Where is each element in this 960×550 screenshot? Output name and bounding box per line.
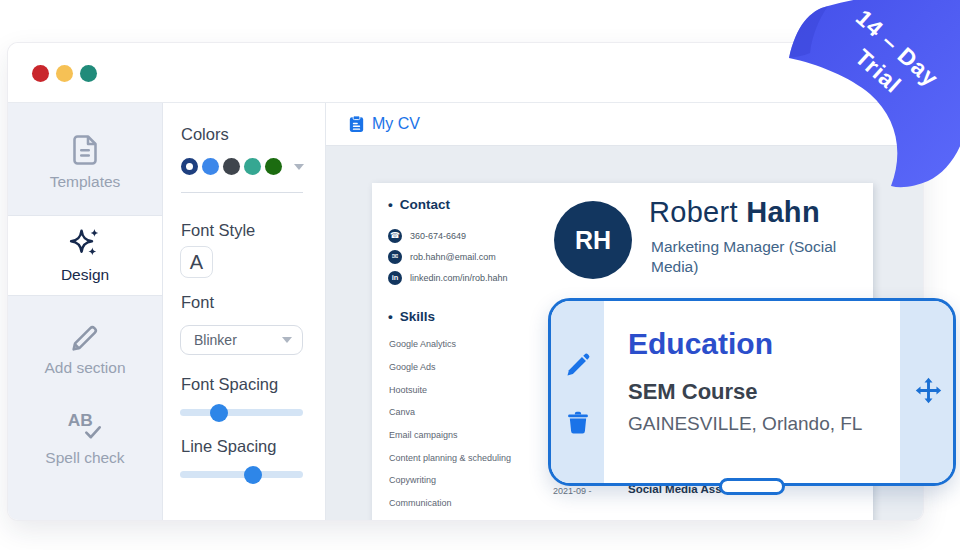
contact-linkedin: linkedin.com/in/rob.hahn [410,273,508,283]
phone-icon: ☎ [388,229,402,243]
design-sparkles-icon [67,226,103,262]
divider [181,192,303,193]
move-icon[interactable] [914,376,943,405]
contact-email: rob.hahn@email.com [410,252,496,262]
education-course: SEM Course [628,379,758,405]
sidebar-item-design[interactable]: Design [8,215,162,296]
linkedin-icon: in [388,271,402,285]
resize-handle[interactable] [719,478,785,495]
color-swatches [181,158,304,175]
tab-my-cv[interactable]: My CV [349,115,420,133]
sidebar-item-add-section[interactable]: Add section [8,321,162,385]
sidebar-item-templates[interactable]: Templates [8,131,162,215]
sidebar-item-label: Spell check [8,449,162,467]
education-card[interactable]: Education SEM Course GAINESVILLE, Orland… [548,298,956,486]
color-swatch[interactable] [265,158,282,175]
font-select[interactable]: Blinker [180,325,303,355]
sidebar: Templates Design Add section [8,103,163,520]
edit-icon[interactable] [564,351,592,379]
spell-check-icon: AB [65,407,105,445]
skill-item: Email campaigns [389,424,511,447]
chevron-down-icon[interactable] [294,164,304,170]
skill-item: Communication [389,492,511,515]
contact-phone: 360-674-6649 [410,231,466,241]
color-swatch[interactable] [223,158,240,175]
sidebar-item-spell-check[interactable]: AB Spell check [8,407,162,471]
skills-heading: •Skills [388,309,435,324]
svg-text:AB: AB [68,410,93,430]
sidebar-item-label: Design [8,266,162,284]
maximize-window-button[interactable] [80,65,97,82]
font-style-label: Font Style [181,221,255,240]
font-spacing-slider-thumb[interactable] [210,404,228,422]
skill-item: Canva [389,401,511,424]
color-swatch-selected[interactable] [181,158,198,175]
education-card-body: Education SEM Course GAINESVILLE, Orland… [548,298,956,486]
pencil-icon [68,321,102,355]
skill-item: Copywriting [389,469,511,492]
trial-ribbon: 14 – Day Trial [758,0,960,200]
tab-label: My CV [372,115,420,133]
color-swatch[interactable] [244,158,261,175]
clipboard-icon [349,115,364,133]
font-label: Font [181,293,214,312]
education-location: GAINESVILLE, Orlando, FL [628,413,862,435]
font-style-button[interactable]: A [180,246,213,278]
contact-heading: •Contact [388,197,450,212]
chevron-down-icon [282,337,292,343]
email-icon: ✉ [388,250,402,264]
colors-label: Colors [181,125,229,144]
color-swatch[interactable] [202,158,219,175]
font-spacing-label: Font Spacing [181,375,278,394]
font-select-value: Blinker [194,332,237,348]
avatar: RH [554,201,632,279]
contact-row: in linkedin.com/in/rob.hahn [388,271,508,285]
education-card-content: Education SEM Course GAINESVILLE, Orland… [604,301,900,483]
education-heading: Education [628,327,773,361]
skill-item: Hootsuite [389,378,511,401]
sidebar-item-label: Templates [8,173,162,191]
close-window-button[interactable] [32,65,49,82]
cv-name: Robert Hahn [649,196,820,229]
skill-item: Content planning & scheduling [389,446,511,469]
templates-icon [67,131,103,169]
skills-list: Google Analytics Google Ads Hootsuite Ca… [389,333,511,515]
skill-item: Google Ads [389,356,511,379]
contact-row: ☎ 360-674-6649 [388,229,466,243]
line-spacing-label: Line Spacing [181,437,276,456]
skill-item: Google Analytics [389,333,511,356]
line-spacing-slider[interactable] [180,471,303,478]
app-screenshot: Templates Design Add section [0,0,960,550]
cv-job-title: Marketing Manager (Social Media) [651,237,876,277]
delete-icon[interactable] [564,409,592,437]
education-card-left-toolbar [551,301,604,483]
font-spacing-slider[interactable] [180,409,303,416]
line-spacing-slider-thumb[interactable] [244,466,262,484]
design-panel: Colors Font Style A Font Blinker Font Sp… [163,103,326,520]
minimize-window-button[interactable] [56,65,73,82]
experience-date: 2021-09 - [553,486,592,496]
contact-row: ✉ rob.hahn@email.com [388,250,496,264]
sidebar-item-label: Add section [8,359,162,377]
